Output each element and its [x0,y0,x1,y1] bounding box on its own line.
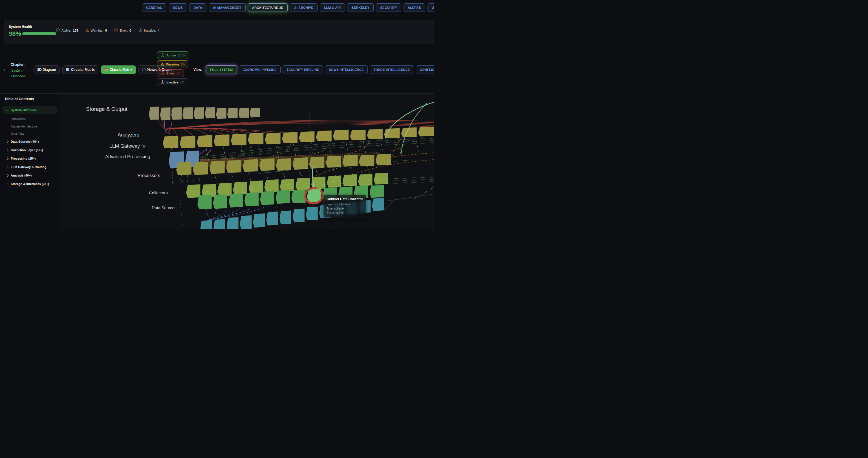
stat-value: 178 [73,29,79,32]
stat-label: Error: [120,29,128,32]
sidebar-item-storage-interfaces-67[interactable]: Storage & Interfaces (67+) [0,180,60,188]
globe-icon [142,68,146,71]
chevron-right-icon [6,157,9,160]
nav-tab-security[interactable]: SECURITY [376,3,401,12]
view-conflict-monitoring[interactable]: CONFLICT MONITORING [416,65,434,74]
layer-label-text: Processors [137,173,160,178]
warning-triangle-icon: ⚠ [161,62,164,66]
cube-icon [66,68,69,71]
table-of-contents-sidebar: Table of Contents System OverviewIntrodu… [0,93,60,229]
toc-list: System OverviewIntroductionSystem Archit… [0,106,60,188]
pause-circle-icon: ∥ [139,29,143,32]
view-full-system[interactable]: FULL SYSTEM [206,65,237,74]
view-news-intelligence[interactable]: NEWS INTELLIGENCE [325,65,368,74]
nav-tab-ai-management[interactable]: AI MANAGEMENT [209,3,246,12]
stat-value: 0 [129,29,131,32]
toc-item-label: System Overview [11,108,36,112]
status-filters: ✓Active(178)⚠Warning(0)✕Error(0)∥Inactiv… [157,51,189,86]
chevron-right-icon [6,165,9,169]
chapter-view-2d-diagram[interactable]: 2D Diagram [34,65,60,74]
health-title: System Health [9,25,32,29]
toc-item-label: LLM Gateway & Routing [11,165,46,169]
view-buttons: FULL SYSTEMECONOMIC PIPELINESECURITY PIP… [206,65,434,74]
toc-title: Table of Contents [4,97,60,101]
filter-label: Warning [166,63,179,66]
sidebar-item-system-architecture[interactable]: System Architecture [0,123,60,130]
filter-error[interactable]: ✕Error(0) [157,69,184,77]
system-health-panel: System Health 98% ✓Active:178⚠Warning:0✕… [4,20,434,44]
chapter-buttons: 2D DiagramCircular MatrixClassic MatrixN… [34,65,175,74]
check-circle-icon: ✓ [56,29,60,32]
nav-tab-data[interactable]: DATA [189,3,207,12]
sidebar-item-processing-25[interactable]: Processing (25+) [0,154,60,163]
chevron-right-icon [6,149,9,151]
error-circle-icon: ✕ [161,71,164,75]
chapter-label: Chapter: [11,63,25,66]
stat-label: Active: [61,29,71,32]
view-trade-intelligence[interactable]: TRADE INTELLIGENCE [370,65,414,74]
health-percent: 98% [9,30,21,37]
layer-label-text: Collectors [149,190,168,195]
toc-item-label: Storage & Interfaces (67+) [11,182,49,186]
nav-tab-ai-archive[interactable]: AI ARCHIVE [290,3,317,12]
nav-tab-berkeley[interactable]: BERKELEY [347,3,374,12]
sidebar-item-data-flow[interactable]: Data Flow [0,130,60,138]
health-progress-bar [22,32,57,35]
health-stat-error: ✕Error:0 [114,29,131,32]
view-economic-pipeline[interactable]: ECONOMIC PIPELINE [239,65,281,74]
sidebar-item-llm-gateway-routing[interactable]: LLM Gateway & Routing [0,163,60,171]
chapter-view-label: Circular Matrix [71,68,95,72]
layer-label-text: Storage & Output [86,106,127,112]
chapter-view-label: 2D Diagram [37,68,56,72]
architecture-3d-scene [60,94,434,229]
divider [0,104,60,104]
chapter-view-circular-matrix[interactable]: Circular Matrix [62,65,98,74]
chevron-left-icon[interactable]: ‹ [4,67,6,72]
view-security-pipeline[interactable]: SECURITY PIPELINE [283,65,323,74]
health-stat-active: ✓Active:178 [56,29,79,32]
chevron-right-icon [6,140,9,143]
nav-tab-alerts[interactable]: ALERTS [404,3,425,12]
filter-inactive[interactable]: ∥Inactive(4) [157,79,188,86]
chevron-down-icon [6,109,9,112]
architecture-3d-canvas[interactable]: Storage & OutputAnalyzersLLM Gateway☆Adv… [60,93,434,229]
filter-active[interactable]: ✓Active(178) [157,51,189,59]
sidebar-item-data-sources-40[interactable]: Data Sources (40+) [0,138,60,146]
nav-tab-architecture-3d[interactable]: ARCHITECTURE 3D [248,3,288,12]
toc-item-label: Data Sources (40+) [11,140,39,143]
node-tooltip: Conflict Data Collector Layer 1: Collect… [323,194,366,217]
health-stats: ✓Active:178⚠Warning:0✕Error:0∥Inactive:4 [56,29,160,32]
toc-item-label: Collection Layer (60+) [11,148,43,152]
layer-label-text: Advanced Processing [105,154,150,159]
sidebar-item-system-overview[interactable]: System Overview [2,106,58,114]
chapter-view-classic-matrix[interactable]: Classic Matrix [101,65,136,74]
filter-label: Active [166,54,176,57]
chevron-right-icon [6,174,9,177]
stat-value: 4 [158,29,159,32]
stat-value: 0 [105,29,107,32]
filter-count: (4) [181,81,184,84]
pause-circle-icon: ∥ [161,80,164,84]
filter-warning[interactable]: ⚠Warning(0) [157,60,188,68]
check-circle-icon: ✓ [161,53,164,57]
tooltip-line: Status: active [327,211,363,215]
layer-label-text: Analyzers [118,132,139,138]
nav-tab-general[interactable]: GENERAL [142,3,166,12]
toc-item-label: Analysis (40+) [11,174,32,177]
sidebar-item-analysis-40[interactable]: Analysis (40+) [0,171,60,180]
nav-tab-news[interactable]: NEWS [168,3,187,12]
nav-tab-users[interactable]: USERS [428,3,434,12]
stat-label: Warning: [91,29,103,32]
tooltip-line: Layer 1: Collectors [327,203,363,207]
error-circle-icon: ✕ [114,29,118,32]
filter-label: Error [166,72,174,75]
layer-label-collectors: Collectors [149,190,168,195]
view-label: View: [193,68,202,72]
filter-count: (0) [181,63,185,66]
sidebar-item-collection-layer-60[interactable]: Collection Layer (60+) [0,146,60,154]
nav-tab-llm-api[interactable]: LLM & API [320,3,345,12]
layer-label-data-sources: Data Sources [152,206,177,210]
toc-item-label: Processing (25+) [11,157,35,160]
sidebar-item-introduction[interactable]: Introduction [0,115,60,123]
top-navigation: GENERALNEWSDATAAI MANAGEMENTARCHITECTURE… [142,3,434,12]
